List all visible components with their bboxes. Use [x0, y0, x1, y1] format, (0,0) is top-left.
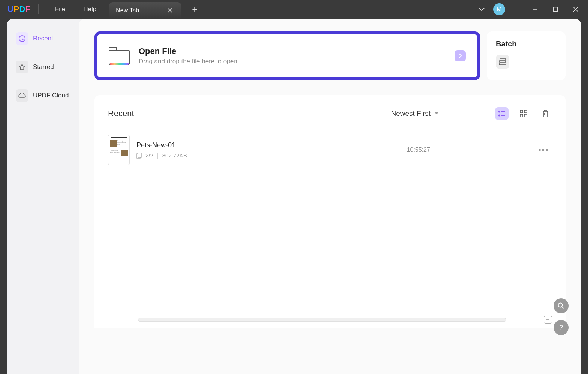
recent-title: Recent [108, 109, 134, 118]
sidebar: Recent Starred UPDF Cloud [7, 19, 79, 374]
svg-rect-4 [500, 61, 506, 62]
sort-label: Newest First [391, 109, 431, 118]
file-time: 10:55:27 [407, 147, 430, 153]
svg-point-8 [498, 115, 500, 117]
folder-icon [109, 47, 130, 65]
open-file-title: Open File [139, 46, 455, 56]
sidebar-label: UPDF Cloud [33, 92, 69, 99]
svg-rect-1 [554, 7, 558, 12]
search-float-button[interactable] [554, 298, 569, 313]
svg-point-16 [558, 303, 563, 307]
separator [38, 4, 39, 14]
add-button[interactable]: + [544, 316, 552, 324]
help-float-button[interactable]: ? [554, 320, 569, 335]
list-view-button[interactable] [495, 107, 509, 120]
delete-button[interactable] [539, 107, 552, 120]
svg-rect-11 [524, 110, 527, 113]
open-file-subtitle: Drag and drop the file here to open [139, 58, 455, 65]
bottom-bar: + [108, 314, 552, 325]
svg-point-6 [498, 111, 500, 113]
file-thumbnail: Lorem ipsum dolor sit amet text Lorem ip… [108, 135, 130, 165]
clock-icon [16, 32, 28, 45]
scrollbar[interactable] [138, 318, 506, 322]
tab-label: New Tab [116, 7, 165, 14]
sidebar-item-recent[interactable]: Recent [12, 29, 73, 48]
cloud-icon [16, 89, 28, 102]
more-options-button[interactable]: ••• [535, 144, 552, 156]
file-name: Pets-New-01 [136, 141, 407, 149]
open-file-card[interactable]: Open File Drag and drop the file here to… [94, 31, 480, 80]
svg-rect-12 [520, 114, 523, 117]
svg-rect-9 [501, 115, 505, 116]
grid-view-button[interactable] [517, 107, 530, 120]
sidebar-label: Recent [33, 35, 53, 42]
svg-rect-10 [520, 110, 523, 113]
chevron-down-icon[interactable] [473, 4, 490, 15]
sort-dropdown[interactable]: Newest First [391, 109, 439, 118]
recent-panel: Recent Newest First [94, 95, 566, 328]
file-row[interactable]: Lorem ipsum dolor sit amet text Lorem ip… [108, 130, 552, 170]
close-tab-icon[interactable]: ✕ [165, 6, 175, 15]
star-icon [16, 61, 28, 73]
file-menu[interactable]: File [46, 0, 74, 19]
sidebar-label: Starred [33, 63, 54, 71]
chevron-right-icon [455, 50, 466, 61]
svg-rect-13 [524, 114, 527, 117]
app-logo: UPDF [7, 4, 31, 14]
close-window-button[interactable] [567, 0, 584, 19]
file-pages: 2/2 [145, 152, 153, 159]
svg-rect-15 [138, 153, 141, 157]
triangle-down-icon [434, 112, 439, 115]
tab-new[interactable]: New Tab ✕ [109, 2, 181, 19]
file-size: 302.72KB [162, 152, 187, 159]
batch-combine-button[interactable] [496, 55, 509, 69]
svg-rect-5 [499, 63, 506, 65]
minimize-button[interactable] [527, 0, 544, 19]
maximize-button[interactable] [547, 0, 564, 19]
svg-rect-3 [500, 58, 505, 60]
svg-rect-7 [501, 111, 505, 112]
content-area: Recent Starred UPDF Cloud [7, 19, 581, 374]
avatar[interactable]: M [493, 3, 505, 15]
help-menu[interactable]: Help [74, 0, 105, 19]
batch-card: Batch [487, 31, 566, 80]
batch-title: Batch [496, 40, 557, 48]
pages-icon [136, 153, 142, 159]
sidebar-item-cloud[interactable]: UPDF Cloud [12, 86, 73, 105]
add-tab-button[interactable]: + [192, 4, 197, 15]
svg-line-17 [562, 307, 564, 308]
main-area: Open File Drag and drop the file here to… [79, 19, 581, 374]
separator [516, 4, 516, 14]
sidebar-item-starred[interactable]: Starred [12, 58, 73, 76]
titlebar: UPDF File Help New Tab ✕ + M [0, 0, 588, 19]
